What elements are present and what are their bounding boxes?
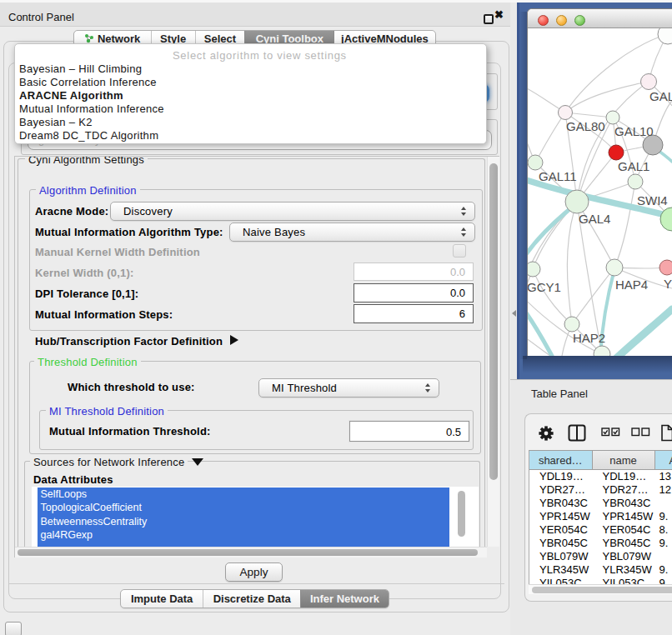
unchecked-pair-icon[interactable] bbox=[632, 428, 649, 436]
network-node-gal10[interactable] bbox=[606, 111, 619, 124]
network-node-label: HAP2 bbox=[573, 331, 605, 345]
table-row[interactable]: YPR145WYPR145W9. bbox=[529, 510, 672, 523]
expand-right-icon[interactable] bbox=[230, 335, 238, 345]
table-hscrollbar-thumb[interactable] bbox=[532, 587, 672, 593]
checked-pair-icon[interactable] bbox=[602, 428, 619, 436]
table-row[interactable]: YBL079WYBL079W bbox=[529, 550, 672, 563]
network-node-label: GAL4 bbox=[579, 212, 610, 226]
table-row[interactable]: YLR345WYLR345W9. bbox=[529, 563, 672, 577]
network-node-gal80[interactable] bbox=[559, 106, 573, 120]
algorithm-popup-item[interactable]: Bayesian – K2 bbox=[15, 116, 486, 129]
mi-steps-value: 6 bbox=[459, 308, 465, 320]
network-node-hap4[interactable] bbox=[606, 259, 623, 276]
which-threshold-combo[interactable]: MI Threshold bbox=[258, 378, 439, 398]
mi-steps-field[interactable]: 6 bbox=[354, 304, 474, 323]
algorithm-combo-prompt: Select algorithm to view settings bbox=[173, 49, 347, 62]
hub-definition-label[interactable]: Hub/Transcription Factor Definition bbox=[35, 335, 223, 348]
network-node-gal11[interactable] bbox=[528, 155, 543, 170]
which-threshold-value: MI Threshold bbox=[272, 382, 337, 394]
close-traffic-light[interactable] bbox=[538, 15, 549, 26]
mi-threshold-value: 0.5 bbox=[446, 425, 461, 438]
gear-icon[interactable] bbox=[539, 426, 553, 440]
network-node-corner[interactable] bbox=[658, 28, 672, 44]
table-cell: YDR27… bbox=[529, 483, 593, 497]
columns-icon[interactable] bbox=[569, 426, 585, 441]
table-row[interactable]: YBR045CYBR045C9. bbox=[529, 537, 672, 550]
network-node-big-green[interactable] bbox=[660, 208, 672, 231]
data-attribute-item[interactable]: SelfLoops bbox=[38, 488, 449, 501]
manual-kernel-label: Manual Kernel Width Definition bbox=[35, 246, 200, 258]
bottom-tab-discretize-data[interactable]: Discretize Data bbox=[203, 590, 300, 608]
network-edge[interactable] bbox=[535, 112, 565, 162]
table-row[interactable]: YIL053CYIL053C9. bbox=[529, 577, 672, 584]
table-hscrollbar-track[interactable] bbox=[529, 584, 672, 594]
bottom-tab-impute-data[interactable]: Impute Data bbox=[121, 590, 203, 608]
network-node-gal1[interactable] bbox=[628, 174, 643, 189]
table-cell: YLR345W bbox=[529, 563, 593, 577]
network-edge[interactable] bbox=[533, 269, 572, 324]
table-column-header[interactable]: shared… bbox=[529, 451, 593, 469]
manual-kernel-checkbox[interactable] bbox=[453, 244, 466, 258]
close-icon[interactable]: ✖ bbox=[494, 8, 504, 21]
which-threshold-label: Which threshold to use: bbox=[68, 381, 195, 393]
bottom-tab-infer-network[interactable]: Infer Network bbox=[300, 590, 389, 608]
divider-collapse-icon[interactable] bbox=[512, 310, 516, 317]
aracne-mode-combo[interactable]: Discovery bbox=[110, 202, 475, 221]
table-header: shared…nameA bbox=[529, 451, 672, 470]
mi-algorithm-type-combo[interactable]: Naive Bayes bbox=[229, 222, 475, 242]
mi-threshold-field[interactable]: 0.5 bbox=[349, 421, 469, 442]
node-table[interactable]: shared…nameA YDL19…YDL19…13YDR27…YDR27…1… bbox=[529, 450, 672, 584]
float-window-icon[interactable] bbox=[484, 14, 494, 24]
table-cell: YBR043C bbox=[529, 497, 593, 510]
network-node-gal4[interactable] bbox=[565, 190, 589, 213]
settings-viewport: Cyni Algorithm Settings Algorithm Defini… bbox=[15, 157, 487, 547]
network-edge[interactable] bbox=[567, 202, 577, 324]
network-node-red-node[interactable] bbox=[609, 145, 624, 160]
document-icon[interactable] bbox=[662, 426, 672, 441]
minimize-traffic-light[interactable] bbox=[556, 15, 567, 26]
table-panel-title: Table Panel bbox=[531, 388, 588, 400]
table-cell: YIL053C bbox=[593, 577, 655, 584]
apply-button[interactable]: Apply bbox=[225, 562, 283, 582]
network-node-hap2[interactable] bbox=[564, 317, 579, 332]
attribute-list-scrollbar-thumb[interactable] bbox=[458, 491, 465, 537]
network-node-bottom[interactable] bbox=[594, 346, 610, 356]
data-attribute-item[interactable]: TopologicalCoefficient bbox=[38, 501, 449, 514]
table-row[interactable]: YDR27…YDR27…12 bbox=[529, 483, 672, 497]
zoom-traffic-light[interactable] bbox=[574, 15, 585, 26]
table-row[interactable]: YER054CYER054C8. bbox=[529, 523, 672, 537]
algorithm-popup-item[interactable]: ARACNE Algorithm bbox=[15, 89, 486, 102]
table-column-header[interactable]: name bbox=[593, 451, 655, 469]
algorithm-popup-item[interactable]: Mutual Information Inference bbox=[15, 102, 486, 116]
data-attributes-list[interactable]: SelfLoopsTopologicalCoefficientBetweenne… bbox=[32, 487, 479, 547]
network-node-label: SWI4 bbox=[637, 193, 668, 208]
table-row[interactable]: YDL19…YDL19…13 bbox=[529, 470, 672, 483]
sources-group-title[interactable]: Sources for Network Inference bbox=[30, 456, 188, 468]
algorithm-popup-item[interactable]: Basic Correlation Inference bbox=[15, 76, 486, 89]
network-highlight-edge[interactable] bbox=[615, 309, 672, 356]
network-edge[interactable] bbox=[565, 82, 649, 112]
table-row[interactable]: YBR043CYBR043C bbox=[529, 497, 672, 510]
data-attribute-item[interactable]: BetweennessCentrality bbox=[38, 515, 449, 528]
algorithm-popup-item[interactable]: Bayesian – Hill Climbing bbox=[15, 62, 486, 76]
table-column-header[interactable]: A bbox=[655, 451, 672, 469]
network-node-gcy1[interactable] bbox=[528, 262, 540, 277]
kernel-width-field[interactable]: 0.0 bbox=[354, 262, 474, 281]
network-node-pink-top[interactable] bbox=[641, 74, 657, 90]
collapse-down-icon[interactable] bbox=[192, 458, 203, 466]
network-window-titlebar[interactable] bbox=[528, 9, 672, 28]
dpi-tolerance-field[interactable]: 0.0 bbox=[354, 283, 474, 302]
settings-vscrollbar-thumb[interactable] bbox=[489, 163, 498, 480]
mi-algorithm-type-value: Naive Bayes bbox=[243, 226, 305, 238]
combo-arrows-icon bbox=[461, 227, 467, 238]
table-toolbar bbox=[525, 414, 672, 449]
algorithm-definition-title: Algorithm Definition bbox=[36, 184, 140, 197]
network-edge[interactable] bbox=[614, 182, 635, 268]
dock-restore-button[interactable] bbox=[5, 622, 22, 635]
settings-hscrollbar-thumb[interactable] bbox=[18, 549, 478, 556]
network-node-salmon[interactable] bbox=[659, 260, 672, 275]
scrollbar-corner bbox=[487, 547, 499, 558]
network-canvas[interactable]: GAL2GAL80GAL10GAL1GAL11SWI4GAL4GCY1HAP4Y… bbox=[528, 28, 672, 356]
algorithm-popup-item[interactable]: Dream8 DC_TDC Algorithm bbox=[15, 129, 486, 142]
data-attribute-item[interactable]: gal4RGexp bbox=[38, 528, 449, 542]
